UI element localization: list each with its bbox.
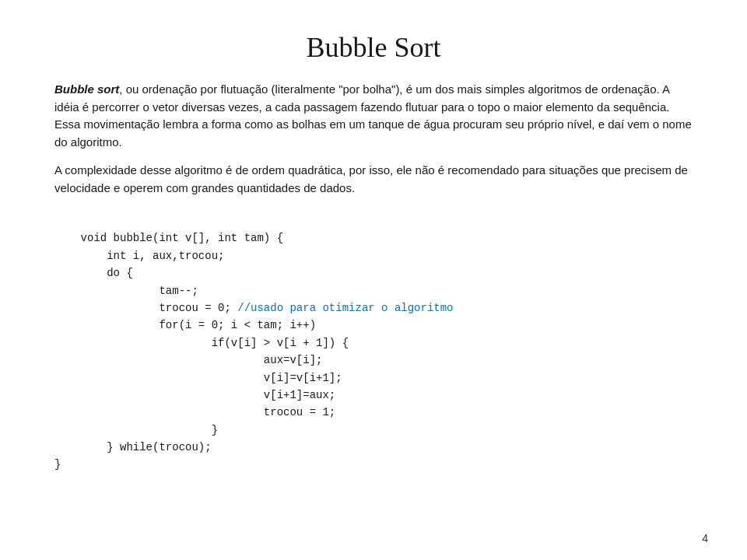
- code-line-6: for(i = 0; i < tam; i++): [54, 319, 316, 331]
- code-line-14: }: [54, 458, 61, 471]
- code-line-11: trocou = 1;: [54, 406, 335, 418]
- code-line-4: tam--;: [54, 285, 198, 297]
- complexity-paragraph: A complexidade desse algoritmo é de orde…: [54, 162, 693, 197]
- page-title: Bubble Sort: [54, 31, 693, 64]
- code-line-2: int i, aux,trocou;: [54, 250, 224, 262]
- code-line-5-comment: //usado para otimizar o algoritmo: [237, 302, 453, 314]
- code-line-5: trocou = 0; //usado para otimizar o algo…: [54, 302, 454, 314]
- description-paragraph-1: Bubble sort, ou ordenação por flutuação …: [54, 81, 693, 151]
- code-line-5-code: trocou = 0;: [54, 302, 237, 314]
- code-line-7: if(v[i] > v[i + 1]) {: [54, 337, 349, 349]
- code-line-8: aux=v[i];: [54, 354, 322, 366]
- code-line-13: } while(trocou);: [54, 441, 212, 453]
- page: Bubble Sort Bubble sort, ou ordenação po…: [0, 0, 747, 560]
- code-line-10: v[i+1]=aux;: [54, 389, 335, 401]
- code-block: void bubble(int v[], int tam) { int i, a…: [54, 212, 693, 491]
- code-line-9: v[i]=v[i+1];: [54, 372, 342, 384]
- page-number: 4: [702, 532, 708, 544]
- bold-italic-text: Bubble sort: [54, 82, 119, 96]
- code-line-12: }: [54, 424, 218, 436]
- code-line-1: void bubble(int v[], int tam) {: [81, 232, 283, 244]
- code-line-3: do {: [54, 267, 133, 279]
- description-text-1: , ou ordenação por flutuação (literalmen…: [54, 82, 692, 149]
